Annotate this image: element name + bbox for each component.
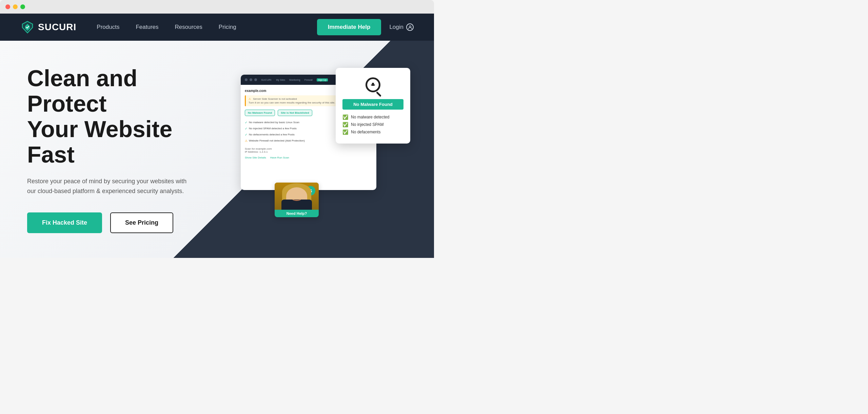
hero-content: Clean and Protect Your Website Fast Rest… (27, 65, 220, 233)
mac-max-btn[interactable] (20, 4, 25, 9)
mac-window-chrome (0, 0, 434, 14)
card-nav-active: Sign Up (317, 78, 328, 81)
card-actions: Show Site Details Have Run Scan (245, 156, 372, 159)
nav-products[interactable]: Products (97, 24, 119, 31)
magnifier-handle (376, 91, 381, 97)
malware-items: ✅ No malware detected ✅ No injected SPAM… (342, 114, 403, 135)
malware-item-2: ✅ No defacements (342, 129, 403, 135)
logo-link[interactable]: SUCURi (20, 20, 76, 34)
nav-features[interactable]: Features (136, 24, 158, 31)
mac-min-btn[interactable] (13, 4, 18, 9)
card-nav-monitoring: Monitoring (289, 79, 300, 81)
nav-resources[interactable]: Resources (175, 24, 202, 31)
search-glass-icon (370, 82, 376, 88)
svg-rect-5 (371, 84, 375, 86)
nav-right: Immediate Help Login (317, 19, 414, 35)
card-show-details[interactable]: Show Site Details (245, 156, 266, 159)
logo-icon (20, 20, 35, 34)
card-nav-firewall: Firewall (304, 79, 313, 81)
immediate-help-button[interactable]: Immediate Help (317, 19, 381, 35)
fix-hacked-site-button[interactable]: Fix Hacked Site (27, 212, 102, 233)
user-icon (406, 23, 414, 31)
status-chip-malware: No Malware Found (245, 110, 275, 116)
malware-badge: No Malware Found (342, 99, 403, 110)
need-help-card[interactable]: S Need Help? (275, 183, 319, 217)
card-nav-site: My Sites (276, 79, 285, 81)
mac-close-btn[interactable] (5, 4, 10, 9)
need-help-photo: S (275, 183, 319, 210)
malware-item-1: ✅ No injected SPAM (342, 122, 403, 127)
nav-pricing[interactable]: Pricing (219, 24, 236, 31)
nav-links: Products Features Resources Pricing (97, 24, 317, 31)
main-nav: SUCURi Products Features Resources Prici… (0, 14, 434, 41)
status-chip-blacklist: Site is Not Blacklisted (278, 110, 312, 116)
malware-search-icon (342, 75, 403, 95)
logo-text: SUCURi (38, 22, 76, 33)
malware-item-0: ✅ No malware detected (342, 114, 403, 120)
card-brand: SUCURi (261, 78, 271, 81)
magnifier-circle (366, 77, 380, 92)
see-pricing-button[interactable]: See Pricing (110, 212, 173, 233)
login-link[interactable]: Login (389, 23, 414, 31)
hero-buttons: Fix Hacked Site See Pricing (27, 212, 220, 233)
hero-subtitle: Restore your peace of mind by securing y… (27, 176, 190, 196)
need-help-label: Need Help? (275, 210, 319, 217)
card-scan-info: Scan for example.com IP Address: 1.2.3.1 (245, 147, 372, 153)
malware-found-card: No Malware Found ✅ No malware detected ✅… (336, 68, 410, 144)
card-run-scan[interactable]: Have Run Scan (270, 156, 289, 159)
hero-illustration: SUCURi My Sites Monitoring Firewall Sign… (220, 68, 414, 231)
hero-title: Clean and Protect Your Website Fast (27, 65, 220, 167)
hero-section: Clean and Protect Your Website Fast Rest… (0, 41, 434, 258)
